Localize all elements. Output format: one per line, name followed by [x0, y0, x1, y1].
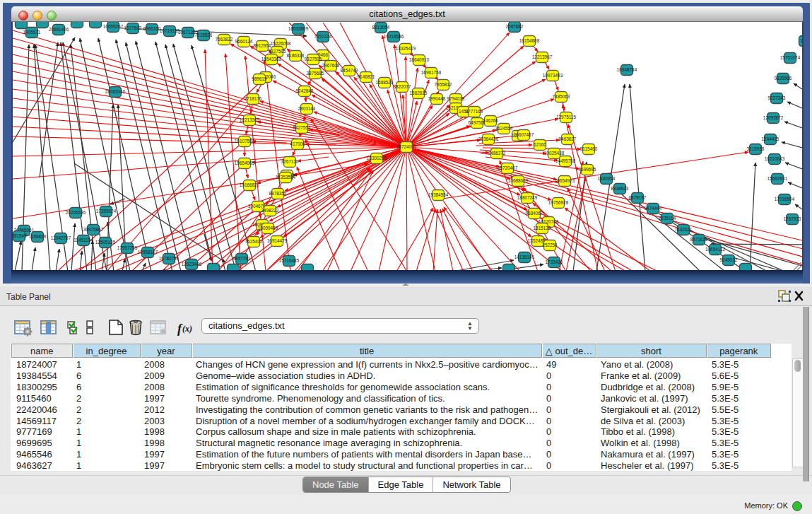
svg-text:14136141: 14136141: [514, 255, 535, 259]
svg-text:18807249: 18807249: [517, 195, 538, 200]
svg-text:11353594: 11353594: [276, 175, 295, 180]
svg-text:1405571: 1405571: [23, 30, 41, 35]
svg-text:7955812: 7955812: [435, 82, 452, 87]
svg-text:10654112: 10654112: [705, 247, 725, 252]
svg-text:12213967: 12213967: [532, 54, 553, 59]
svg-text:9777169: 9777169: [466, 109, 483, 114]
svg-text:62160: 62160: [534, 142, 546, 147]
svg-text:3875685: 3875685: [307, 71, 324, 76]
svg-text:16154808: 16154808: [519, 38, 540, 43]
svg-text:15751074: 15751074: [780, 55, 801, 60]
svg-text:6966160: 6966160: [143, 26, 161, 31]
svg-text:9327505: 9327505: [269, 49, 286, 54]
svg-text:8813054: 8813054: [372, 25, 390, 30]
svg-text:1112: 1112: [800, 38, 802, 43]
svg-text:7632621: 7632621: [675, 227, 693, 232]
svg-text:20691406: 20691406: [49, 27, 69, 32]
svg-text:19218586: 19218586: [384, 34, 404, 39]
svg-text:18099489: 18099489: [258, 226, 278, 230]
svg-text:16543362: 16543362: [261, 57, 282, 62]
svg-text:2803144: 2803144: [298, 106, 316, 111]
svg-text:1588520: 1588520: [376, 80, 394, 85]
svg-text:9857791: 9857791: [233, 256, 251, 261]
svg-text:9684067: 9684067: [526, 211, 543, 216]
svg-text:12975115: 12975115: [556, 115, 576, 119]
svg-text:12942757: 12942757: [51, 235, 71, 240]
svg-text:9794028: 9794028: [447, 96, 465, 101]
svg-text:18300295: 18300295: [367, 156, 387, 160]
svg-text:19384554: 19384554: [428, 192, 449, 197]
svg-text:7663822: 7663822: [216, 37, 233, 42]
svg-text:7486372: 7486372: [488, 151, 506, 156]
svg-text:9146821: 9146821: [358, 74, 375, 79]
svg-text:14495758: 14495758: [555, 158, 576, 163]
svg-text:9115460: 9115460: [580, 146, 598, 151]
svg-text:10958107: 10958107: [138, 250, 158, 255]
svg-text:12213369: 12213369: [240, 117, 260, 122]
svg-text:15720407: 15720407: [498, 165, 518, 170]
svg-text:16033809: 16033809: [288, 26, 309, 31]
svg-text:1990448: 1990448: [428, 96, 446, 101]
svg-text:1267533: 1267533: [784, 216, 801, 221]
svg-text:9245012: 9245012: [720, 257, 738, 262]
svg-text:391549: 391549: [13, 233, 27, 238]
svg-text:9474444: 9474444: [645, 206, 662, 211]
svg-text:10025438: 10025438: [544, 151, 565, 156]
svg-text:15716485: 15716485: [279, 258, 300, 263]
svg-text:9463627: 9463627: [559, 136, 577, 141]
svg-text:9327505: 9327505: [305, 57, 322, 62]
svg-text:7357224: 7357224: [314, 34, 332, 39]
svg-text:1244415: 1244415: [762, 136, 779, 141]
svg-text:9660124: 9660124: [235, 39, 253, 44]
svg-text:(x): (x): [182, 324, 192, 334]
svg-text:20364436: 20364436: [478, 136, 499, 141]
svg-text:2967608: 2967608: [322, 63, 340, 68]
svg-text:12093872: 12093872: [763, 115, 784, 120]
svg-text:2718176: 2718176: [245, 96, 262, 101]
svg-text:8938923: 8938923: [611, 186, 629, 191]
svg-text:7625402: 7625402: [245, 239, 263, 244]
svg-text:19756928: 19756928: [548, 200, 569, 205]
svg-text:146266: 146266: [483, 118, 498, 123]
svg-text:1815132: 1815132: [534, 226, 551, 230]
svg-text:989619: 989619: [252, 76, 267, 81]
svg-text:28053346: 28053346: [105, 89, 126, 94]
svg-text:6879197: 6879197: [629, 195, 647, 200]
svg-text:3822037: 3822037: [394, 84, 411, 89]
svg-text:1640954: 1640954: [598, 176, 616, 181]
svg-text:15226058: 15226058: [271, 41, 291, 46]
svg-text:252254: 252254: [542, 243, 558, 247]
svg-text:10973493: 10973493: [543, 73, 563, 78]
svg-text:8427552: 8427552: [293, 125, 311, 130]
svg-text:8912954: 8912954: [254, 43, 271, 48]
svg-text:15692931: 15692931: [767, 176, 788, 181]
svg-text:9242848: 9242848: [296, 88, 314, 93]
svg-text:1562615: 1562615: [410, 90, 428, 95]
svg-text:19654923: 19654923: [555, 178, 575, 183]
svg-text:10607467: 10607467: [514, 132, 534, 137]
svg-text:7485063: 7485063: [553, 94, 570, 99]
svg-text:3498222: 3498222: [261, 208, 279, 213]
svg-text:1527602: 1527602: [124, 25, 142, 30]
svg-text:8186328: 8186328: [287, 53, 305, 58]
svg-text:9699695: 9699695: [579, 167, 596, 172]
svg-text:8878352: 8878352: [269, 191, 287, 196]
svg-text:10655267: 10655267: [103, 24, 124, 29]
svg-text:17016504: 17016504: [775, 197, 795, 201]
svg-text:9329966: 9329966: [775, 76, 792, 81]
svg-text:3624554: 3624554: [495, 126, 513, 131]
svg-text:16961758: 16961758: [421, 70, 442, 75]
svg-text:19654905: 19654905: [235, 160, 255, 165]
svg-text:16107553: 16107553: [235, 139, 255, 144]
svg-text:16648784: 16648784: [617, 67, 637, 72]
svg-text:9227343: 9227343: [768, 95, 786, 100]
svg-text:18724007: 18724007: [396, 144, 417, 149]
svg-text:13325419: 13325419: [396, 46, 416, 51]
svg-text:16914479: 16914479: [267, 238, 288, 243]
svg-text:3267130: 3267130: [281, 159, 299, 164]
svg-text:17359924: 17359924: [96, 209, 117, 214]
svg-text:12505135: 12505135: [95, 240, 116, 245]
svg-text:2087682: 2087682: [506, 24, 524, 29]
svg-text:8454749: 8454749: [341, 68, 358, 73]
svg-text:17957255: 17957255: [117, 245, 138, 250]
